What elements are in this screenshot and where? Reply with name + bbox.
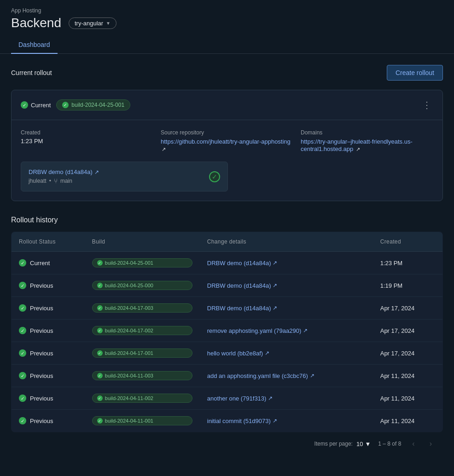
row-change-link-4[interactable]: hello world (bb2e8af) ↗ xyxy=(207,350,366,357)
commit-check-icon: ✓ xyxy=(209,171,220,182)
backend-title-text: Backend xyxy=(11,16,61,30)
row-build-chip-5: ✓ build-2024-04-11-003 xyxy=(92,371,192,380)
table-row: ✓ Previous ✓ build-2024-04-17-002 remove… xyxy=(12,319,443,342)
row-change-cell-1: DRBW demo (d14a84a) ↗ xyxy=(200,274,373,297)
row-change-cell-7: initial commit (51d9073) ↗ xyxy=(200,410,373,432)
row-build-chip-2: ✓ build-2024-04-17-003 xyxy=(92,303,192,313)
row-status-dot-1: ✓ xyxy=(19,282,26,289)
row-build-cell-0: ✓ build-2024-04-25-001 xyxy=(85,252,200,274)
chevron-down-icon: ▼ xyxy=(106,21,111,26)
row-created-cell-0: 1:23 PM xyxy=(373,252,443,274)
row-build-id-7: build-2024-04-11-001 xyxy=(105,418,153,424)
meta-source-repo: Source repository https://github.com/jhu… xyxy=(161,129,293,152)
row-created-cell-6: Apr 11, 2024 xyxy=(373,387,443,410)
row-created-cell-3: Apr 17, 2024 xyxy=(373,319,443,342)
row-build-cell-3: ✓ build-2024-04-17-002 xyxy=(85,319,200,342)
current-rollout-header: Current rollout Create rollout xyxy=(11,65,443,81)
rollout-history-title: Rollout history xyxy=(11,216,443,224)
row-status-label-4: Previous xyxy=(30,350,53,357)
row-status-dot-5: ✓ xyxy=(19,372,26,379)
rollout-meta-grid: Created 1:23 PM Source repository https:… xyxy=(21,129,433,152)
col-header-change: Change details xyxy=(200,232,373,252)
row-change-link-3[interactable]: remove apphosting.yaml (79aa290) ↗ xyxy=(207,327,366,334)
row-build-cell-4: ✓ build-2024-04-17-001 xyxy=(85,342,200,365)
pagination-row: Items per page: 10 ▼ 1 – 8 of 8 ‹ › xyxy=(11,432,443,455)
created-value: 1:23 PM xyxy=(21,138,153,145)
create-rollout-button[interactable]: Create rollout xyxy=(387,65,443,81)
tab-dashboard[interactable]: Dashboard xyxy=(11,36,58,54)
commit-link[interactable]: DRBW demo (d14a84a) ↗ xyxy=(29,168,99,175)
page-header: App Hosting Backend try-angular ▼ Dashbo… xyxy=(0,0,454,54)
row-build-chip-dot-1: ✓ xyxy=(97,283,103,288)
branch-selector[interactable]: try-angular ▼ xyxy=(69,17,116,29)
row-change-link-1[interactable]: DRBW demo (d14a84a) ↗ xyxy=(207,282,366,289)
row-build-cell-2: ✓ build-2024-04-17-003 xyxy=(85,297,200,319)
row-status-dot-4: ✓ xyxy=(19,349,26,357)
row-change-link-7[interactable]: initial commit (51d9073) ↗ xyxy=(207,418,366,424)
row-build-chip-3: ✓ build-2024-04-17-002 xyxy=(92,326,192,335)
row-build-chip-dot-7: ✓ xyxy=(97,418,103,424)
row-change-ext-icon-5: ↗ xyxy=(310,372,314,379)
row-status-cell-2: ✓ Previous xyxy=(12,297,85,319)
row-status-cell-1: ✓ Previous xyxy=(12,274,85,297)
branch-icon: ⑂ xyxy=(54,177,58,185)
table-row: ✓ Previous ✓ build-2024-04-25-000 DRBW d… xyxy=(12,274,443,297)
table-row: ✓ Previous ✓ build-2024-04-11-003 add an… xyxy=(12,365,443,387)
row-status-dot-0: ✓ xyxy=(19,259,26,267)
current-rollout-title: Current rollout xyxy=(11,69,52,76)
branch-selector-label: try-angular xyxy=(75,20,103,27)
items-per-page-select[interactable]: 10 ▼ xyxy=(356,441,371,447)
row-build-cell-1: ✓ build-2024-04-25-000 xyxy=(85,274,200,297)
row-change-cell-3: remove apphosting.yaml (79aa290) ↗ xyxy=(200,319,373,342)
row-build-id-0: build-2024-04-25-001 xyxy=(105,260,153,266)
table-header-row: Rollout Status Build Change details Crea… xyxy=(12,232,443,252)
row-status-cell-0: ✓ Current xyxy=(12,252,85,274)
row-created-cell-1: 1:19 PM xyxy=(373,274,443,297)
row-status-label-0: Current xyxy=(30,260,50,267)
row-build-id-1: build-2024-04-25-000 xyxy=(105,283,153,288)
prev-page-button[interactable]: ‹ xyxy=(408,438,418,450)
row-status-label-3: Previous xyxy=(30,327,53,334)
row-build-id-6: build-2024-04-11-002 xyxy=(105,395,153,401)
row-change-cell-2: DRBW demo (d14a84a) ↗ xyxy=(200,297,373,319)
row-change-link-5[interactable]: add an apphosting.yaml file (c3cbc76) ↗ xyxy=(207,372,366,379)
more-options-icon[interactable]: ⋮ xyxy=(420,98,433,112)
row-build-chip-dot-3: ✓ xyxy=(97,328,103,333)
row-status-label-2: Previous xyxy=(30,305,53,312)
row-status-cell-3: ✓ Previous xyxy=(12,319,85,342)
row-build-chip-0: ✓ build-2024-04-25-001 xyxy=(92,258,192,267)
row-change-ext-icon-7: ↗ xyxy=(273,418,277,424)
next-page-button[interactable]: › xyxy=(426,438,436,450)
row-change-cell-5: add an apphosting.yaml file (c3cbc76) ↗ xyxy=(200,365,373,387)
current-rollout-card-body: Created 1:23 PM Source repository https:… xyxy=(12,120,442,201)
row-build-chip-dot-2: ✓ xyxy=(97,305,103,311)
row-status-dot-6: ✓ xyxy=(19,395,26,402)
items-per-page: Items per page: 10 ▼ xyxy=(314,441,371,447)
row-change-ext-icon-0: ↗ xyxy=(273,260,277,266)
row-created-cell-4: Apr 17, 2024 xyxy=(373,342,443,365)
row-change-ext-icon-3: ↗ xyxy=(303,327,308,334)
row-build-cell-6: ✓ build-2024-04-11-002 xyxy=(85,387,200,410)
row-build-chip-dot-6: ✓ xyxy=(97,395,103,401)
row-build-chip-dot-5: ✓ xyxy=(97,373,103,378)
row-status-cell-4: ✓ Previous xyxy=(12,342,85,365)
row-change-cell-4: hello world (bb2e8af) ↗ xyxy=(200,342,373,365)
table-row: ✓ Previous ✓ build-2024-04-17-001 hello … xyxy=(12,342,443,365)
current-rollout-card-header: ✓ Current ✓ build-2024-04-25-001 ⋮ xyxy=(12,90,442,120)
row-change-link-2[interactable]: DRBW demo (d14a84a) ↗ xyxy=(207,305,366,312)
row-change-link-0[interactable]: DRBW demo (d14a84a) ↗ xyxy=(207,260,366,267)
row-created-cell-7: Apr 11, 2024 xyxy=(373,410,443,432)
rollout-history-table: Rollout Status Build Change details Crea… xyxy=(11,232,443,432)
row-change-link-6[interactable]: another one (791f313) ↗ xyxy=(207,395,366,402)
build-chip-dot: ✓ xyxy=(62,102,69,108)
main-content: Current rollout Create rollout ✓ Current… xyxy=(0,54,454,466)
source-repo-link[interactable]: https://github.com/jhuleatt/try-angular-… xyxy=(161,138,291,145)
current-build-chip: ✓ build-2024-04-25-001 xyxy=(56,99,130,110)
backend-title-row: Backend try-angular ▼ xyxy=(11,16,443,30)
row-status-label-5: Previous xyxy=(30,372,53,379)
tab-bar: Dashboard xyxy=(11,36,443,53)
items-per-page-value: 10 xyxy=(356,441,363,447)
commit-row: DRBW demo (d14a84a) ↗ jhuleatt • ⑂ main … xyxy=(21,162,228,192)
domains-external-icon xyxy=(355,145,360,152)
row-build-chip-4: ✓ build-2024-04-17-001 xyxy=(92,348,192,358)
